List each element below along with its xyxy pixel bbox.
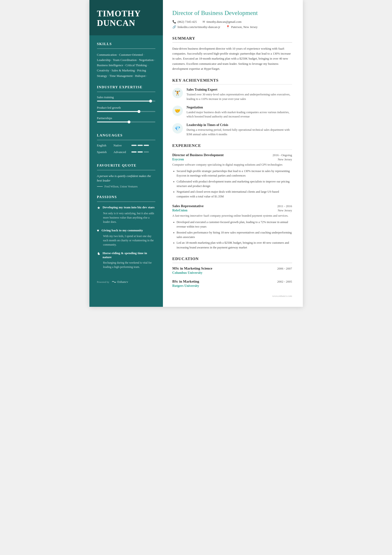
email-address: timothy.duncan@gmail.com	[207, 20, 242, 24]
language-level: Advanced	[114, 150, 131, 154]
experience-item: Sales Representative 2011 - 2016 ReloUni…	[172, 204, 292, 250]
achievement-icon: 🤝	[175, 108, 180, 114]
skills-section: SKILLS Communication · Customer-Oriented…	[89, 35, 163, 78]
phone-number: (862) 7345-425	[178, 20, 197, 24]
skills-title: SKILLS	[97, 42, 155, 46]
contact-location: 📍 Paterson, New Jersey	[226, 25, 258, 29]
experience-bullet: Negotiated and closed seven major deals …	[177, 190, 292, 199]
passions-title: PASSIONS	[97, 195, 155, 199]
achievement-title: Sales Training Expert	[187, 88, 292, 92]
lang-dot	[131, 151, 137, 153]
language-bar	[131, 151, 149, 153]
quote-divider	[97, 170, 155, 170]
powered-by-section: Powered by Enhancv	[89, 273, 163, 284]
skills-divider	[97, 48, 155, 49]
email-icon: ✉	[203, 20, 205, 24]
edu-school: Rutgers University	[172, 284, 292, 288]
contact-linkedin: 🔗 linkedin.com/in/timothy-duncan-jr	[172, 25, 220, 29]
expertise-bar-track	[97, 101, 155, 102]
experience-bullet: Boosted sales performance by hiring 18 n…	[177, 230, 292, 240]
achievement-title: Leadership in Times of Crisis	[187, 123, 292, 127]
education-item: BSc in Marketing 2002 - 2005 Rutgers Uni…	[172, 279, 292, 288]
contact-row: 📞 (862) 7345-425 ✉ timothy.duncan@gmail.…	[172, 20, 292, 29]
expertise-bar-track	[97, 111, 155, 112]
education-list: MSc in Marketing Science 2006 - 2007 Col…	[172, 266, 292, 288]
languages-section: LANGUAGES English Native Spanish Advance…	[89, 127, 163, 157]
language-row: English Native	[97, 144, 155, 147]
exp-company-row: ReloUnion New Jersey	[172, 209, 292, 212]
achievement-icon: 🏋	[175, 90, 180, 96]
expertise-item: Sales training	[97, 95, 155, 102]
edu-degree: MSc in Marketing Science	[172, 266, 213, 270]
expertise-section: INDUSTRY EXPERTISE Sales training Produc…	[89, 79, 163, 127]
experience-bullet: Secured high-profile strategic partnersh…	[177, 169, 292, 178]
edu-date: 2002 - 2005	[277, 280, 292, 284]
exp-summary: A fast-moving innovative SaaS company po…	[172, 213, 292, 218]
passion-desc: Not only is it very satisfying, but it a…	[97, 211, 155, 224]
achievement-desc: Landed major business deals with market-…	[187, 110, 292, 119]
contact-email: ✉ timothy.duncan@gmail.com	[203, 20, 242, 24]
experience-item: Director of Business Development 2016 - …	[172, 153, 292, 199]
exp-company: ReloUnion	[172, 209, 188, 212]
quote-attribution: Fred Wilson, Union Ventures	[97, 185, 155, 188]
language-row: Spanish Advanced	[97, 150, 155, 154]
passion-icon: ★	[97, 205, 100, 210]
achievement-icon-wrap: 🤝	[172, 106, 183, 116]
edu-header: BSc in Marketing 2002 - 2005	[172, 279, 292, 284]
skills-text: Communication · Customer-Oriented · Lead…	[97, 52, 155, 78]
achievement-title: Negotiation	[187, 106, 292, 110]
achievement-item: 💎 Leadership in Times of Crisis During a…	[172, 123, 292, 137]
exp-date: 2011 - 2016	[277, 204, 292, 208]
summary-section: SUMMARY Data-driven business development…	[172, 36, 292, 71]
expertise-bar-dot	[149, 100, 152, 102]
quote-section: FAVOURITE QUOTE A person who is quietly …	[89, 157, 163, 188]
exp-company-row: Esycron New Jersey	[172, 158, 292, 161]
experience-divider	[172, 149, 292, 150]
achievement-desc: During a restructuring period, formed fu…	[187, 128, 292, 137]
summary-divider	[172, 42, 292, 43]
expertise-bar-fill	[97, 122, 129, 123]
edu-degree: BSc in Marketing	[172, 279, 199, 284]
expertise-bar-track	[97, 122, 155, 123]
passion-title: Developing my team into biz dev stars	[103, 205, 155, 210]
language-name: English	[97, 144, 114, 147]
experience-list: Director of Business Development 2016 - …	[172, 153, 292, 250]
exp-location: New Jersey	[278, 158, 292, 161]
footer: www.enhancv.com	[172, 294, 292, 297]
passion-header: ♞ Horse-riding & spending time in nature	[97, 251, 155, 259]
expertise-bar-fill	[97, 101, 150, 102]
expertise-item: Partnerships	[97, 116, 155, 123]
achievements-divider	[172, 84, 292, 85]
location-text: Paterson, New Jersey	[231, 25, 258, 29]
powered-label: Powered by	[97, 280, 109, 283]
experience-bullet: Led an 18-month marketing plan with a $2…	[177, 241, 292, 250]
achievement-content: Sales Training Expert Trained over 30 en…	[187, 88, 292, 101]
passions-section: PASSIONS ★ Developing my team into biz d…	[89, 188, 163, 273]
job-title: Director of Business Development	[172, 9, 292, 17]
phone-icon: 📞	[172, 20, 176, 24]
quote-author: Fred Wilson, Union Ventures	[105, 185, 138, 188]
achievements-title: KEY ACHIEVEMENTS	[172, 78, 292, 83]
lang-dot	[131, 145, 137, 146]
exp-bullets: Developed and executed a customer-focuse…	[172, 220, 292, 250]
achievement-icon-wrap: 🏋	[172, 88, 183, 98]
languages-divider	[97, 140, 155, 140]
languages-title: LANGUAGES	[97, 133, 155, 137]
resume-container: TIMOTHY DUNCAN SKILLS Communication · Cu…	[89, 0, 303, 307]
exp-company: Esycron	[172, 158, 184, 161]
enhancv-icon	[112, 280, 116, 284]
sidebar: TIMOTHY DUNCAN SKILLS Communication · Cu…	[89, 0, 163, 307]
passion-title: Horse-riding & spending time in nature	[103, 251, 155, 259]
languages-list: English Native Spanish Advanced	[97, 144, 155, 154]
achievements-section: KEY ACHIEVEMENTS 🏋 Sales Training Expert…	[172, 78, 292, 137]
passion-item: ★ Developing my team into biz dev stars …	[97, 205, 155, 224]
language-level: Native	[114, 144, 131, 147]
experience-bullet: Collaborated with product development te…	[177, 179, 292, 189]
lang-dot	[137, 145, 143, 146]
lang-dot	[144, 145, 149, 146]
experience-section: EXPERIENCE Director of Business Developm…	[172, 143, 292, 250]
education-title: EDUCATION	[172, 256, 292, 261]
passion-desc: With my two kids, I spend at least one d…	[97, 234, 155, 247]
enhancv-brand-name: Enhancv	[117, 280, 128, 284]
candidate-name: TIMOTHY DUNCAN	[97, 9, 155, 28]
